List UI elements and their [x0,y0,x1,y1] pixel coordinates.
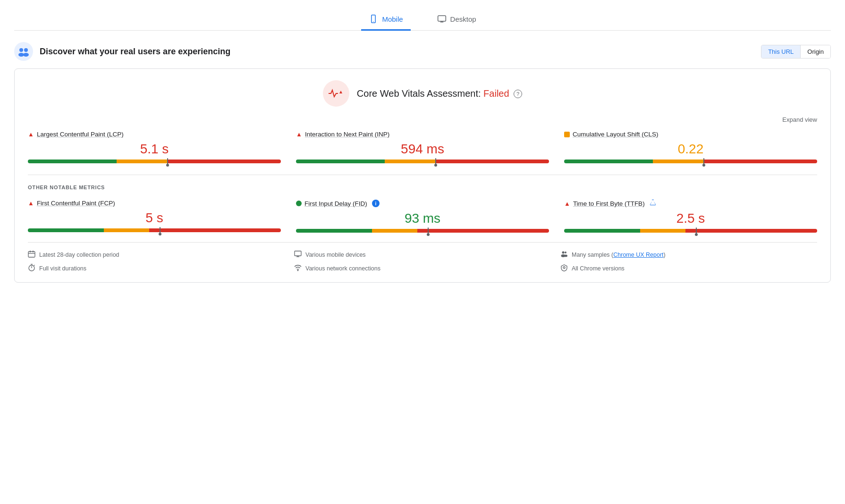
device-tabs: Mobile Desktop [14,9,831,31]
other-metrics-grid: ▲ First Contentful Paint (FCP) 5 s First… [28,200,817,233]
footer-mobile-text: Various mobile devices [305,252,366,258]
metric-fid: First Input Delay (FID) i 93 ms [296,200,549,233]
cls-link[interactable]: Cumulative Layout Shift (CLS) [573,131,659,138]
metric-lcp-label-row: ▲ Largest Contentful Paint (LCP) [28,131,281,138]
fid-link[interactable]: First Input Delay (FID) [304,200,367,207]
tab-desktop[interactable]: Desktop [430,9,484,31]
ttfb-bar-marker [696,227,697,234]
fcp-bar-green [28,228,104,232]
header-left: Discover what your real users are experi… [14,42,230,61]
metric-cls-label-row: Cumulative Layout Shift (CLS) [564,131,817,138]
tab-desktop-label: Desktop [450,15,476,23]
lcp-warning-icon: ▲ [28,131,34,138]
metric-fid-label-row: First Input Delay (FID) i [296,200,549,207]
fid-bar [296,229,549,233]
lcp-bar-marker [167,158,168,165]
people-icon [560,250,568,259]
svg-point-2 [373,21,374,22]
metric-lcp: ▲ Largest Contentful Paint (LCP) 5.1 s [28,131,281,163]
footer-samples: Many samples (Chrome UX Report) [560,250,817,259]
ttfb-flask-icon [650,200,656,207]
svg-point-7 [19,48,23,52]
this-url-button[interactable]: This URL [761,45,801,58]
ttfb-warning-icon: ▲ [564,200,570,207]
footer-visit-durations: Full visit durations [28,264,285,273]
footer-collection-period: Latest 28-day collection period [28,250,285,259]
wifi-icon [294,264,302,273]
ttfb-bar-green [564,229,640,233]
fcp-bar-red [149,228,281,232]
metric-ttfb-label-row: ▲ Time to First Byte (TTFB) [564,200,817,207]
metric-inp: ▲ Interaction to Next Paint (INP) 594 ms [296,131,549,163]
assessment-status: Failed [483,88,509,99]
assessment-header: Core Web Vitals Assessment: Failed ? [28,80,817,107]
lcp-value: 5.1 s [28,142,281,157]
cls-warning-icon [564,132,570,137]
svg-point-8 [24,48,28,52]
cls-value: 0.22 [564,142,817,157]
cls-bar-red [703,160,817,163]
svg-point-28 [563,267,565,269]
footer-chrome-versions: All Chrome versions [560,264,817,273]
ttfb-bar-orange [640,229,685,233]
fid-info-icon[interactable]: i [372,200,380,207]
metric-ttfb: ▲ Time to First Byte (TTFB) 2.5 s [564,200,817,233]
vitals-chart-icon [329,89,344,98]
metric-fcp: ▲ First Contentful Paint (FCP) 5 s [28,200,281,233]
cls-bar-marker [703,158,704,165]
expand-view-button[interactable]: Expand view [28,116,817,123]
header-title: Discover what your real users are experi… [40,47,230,57]
ttfb-bar [564,229,817,233]
svg-marker-11 [339,91,342,93]
chrome-ux-report-link[interactable]: Chrome UX Report [613,252,663,258]
shield-icon [560,264,568,273]
inp-bar-orange [385,160,435,163]
footer-samples-text: Many samples (Chrome UX Report) [572,252,666,258]
inp-bar [296,160,549,163]
fcp-link[interactable]: First Contentful Paint (FCP) [37,200,115,207]
footer-chrome-text: All Chrome versions [572,265,625,272]
fcp-bar [28,228,281,232]
fid-value: 93 ms [296,211,549,226]
fid-bar-green [296,229,372,233]
inp-link[interactable]: Interaction to Next Paint (INP) [305,131,389,138]
fcp-warning-icon: ▲ [28,200,34,207]
lcp-bar-red [167,160,281,163]
footer-mobile-devices: Various mobile devices [294,250,551,259]
lcp-link[interactable]: Largest Contentful Paint (LCP) [37,131,124,138]
cls-bar-orange [653,160,703,163]
svg-point-6 [14,42,33,61]
footer-network: Various network connections [294,264,551,273]
core-metrics-grid: ▲ Largest Contentful Paint (LCP) 5.1 s ▲… [28,131,817,163]
url-origin-toggle: This URL Origin [761,45,831,59]
assessment-title: Core Web Vitals Assessment: Failed ? [357,88,522,99]
svg-rect-3 [438,16,446,21]
svg-point-27 [297,270,298,271]
tab-mobile[interactable]: Mobile [361,9,410,31]
footer-collection-text: Latest 28-day collection period [39,252,119,258]
svg-point-20 [565,252,566,253]
ttfb-link[interactable]: Time to First Byte (TTFB) [573,200,645,207]
svg-line-26 [34,265,35,266]
fid-good-icon [296,201,302,206]
cls-bar [564,160,817,163]
inp-bar-green [296,160,385,163]
fcp-bar-orange [104,228,149,232]
ttfb-bar-red [685,229,817,233]
svg-point-22 [564,255,567,257]
cls-bar-green [564,160,653,163]
mobile-icon [369,14,378,24]
footer-network-text: Various network connections [305,265,380,272]
fid-bar-red [417,229,549,233]
tab-mobile-label: Mobile [382,15,403,23]
users-icon [14,42,33,61]
lcp-bar [28,160,281,163]
svg-point-10 [23,53,29,57]
other-metrics-label: OTHER NOTABLE METRICS [28,185,817,190]
fcp-value: 5 s [28,210,281,226]
monitor-icon [294,250,302,259]
origin-button[interactable]: Origin [801,45,830,58]
lcp-bar-green [28,160,117,163]
assessment-help-icon[interactable]: ? [514,90,522,98]
metric-cls: Cumulative Layout Shift (CLS) 0.22 [564,131,817,163]
